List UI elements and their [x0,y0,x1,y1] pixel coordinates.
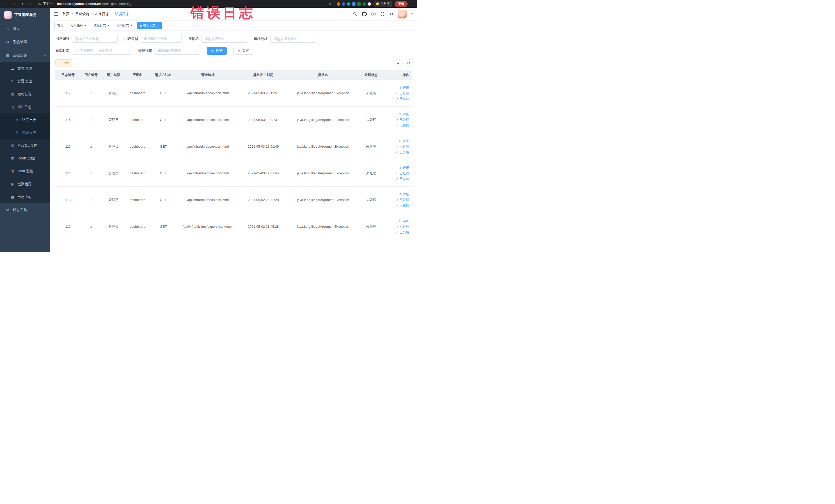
address-bar[interactable]: ⚠ 不安全 dashboard.yudao.iocoder.cn/infra/l… [36,1,334,7]
mark-ignored-link[interactable]: ✓ 已忽略 [384,203,409,208]
close-icon[interactable]: × [130,24,133,27]
breadcrumb-item[interactable]: 基础设施 [75,12,89,16]
mark-processed-link[interactable]: ✓ 已处理 [384,170,409,176]
sidebar-item-access-log[interactable]: ✎ 访问日志 [0,114,50,126]
forward-button[interactable]: → [11,1,16,7]
mark-processed-link[interactable]: ✓ 已处理 [384,144,409,149]
sidebar-item-redis-monitor[interactable]: ▥ Redis 监控 [0,152,50,165]
cell-exception-time: 2021-05-03 12:01:45 [239,160,287,187]
mark-ignored-link[interactable]: ✓ 已忽略 [384,176,409,182]
search-button[interactable]: 搜索 [207,47,227,55]
cell-user-id: 1 [80,106,102,133]
sidebar-item-mysql-monitor[interactable]: ▦ MySQL 监控 [0,139,50,152]
breadcrumb-item-current: 错误日志 [115,12,129,16]
export-button[interactable]: 导出 [56,59,73,66]
filter-user-type: 用户类型 请选择用户类型 [124,35,182,43]
caret-down-icon[interactable]: ▾ [411,12,413,16]
refresh-table-button[interactable] [405,59,412,67]
app-logo[interactable]: 芋道管理系统 [0,8,50,22]
github-icon[interactable] [362,12,367,16]
reset-button[interactable]: 重置 [233,47,253,55]
process-status-select[interactable]: 请选择处理状态 [155,47,200,55]
fullscreen-icon[interactable] [381,12,385,16]
sidebar-item-file-management[interactable]: ☁ 文件管理 [0,62,50,75]
mark-processed-link[interactable]: ✓ 已处理 [384,197,409,203]
sidebar-item-config-management[interactable]: ✎ 配置管理 [0,75,50,88]
mark-ignored-link[interactable]: ✓ 已忽略 [384,149,409,155]
cell-method: GET [150,80,177,106]
breadcrumb-item[interactable]: 首页 [62,12,69,16]
tab[interactable]: 定时任务 × [68,22,89,29]
app-name-input[interactable] [202,35,247,43]
tab[interactable]: 调度日志 × [91,22,113,29]
sidebar-item-error-log[interactable]: ✎ 错误日志 [0,126,50,139]
breadcrumb-item[interactable]: API 日志 [95,12,109,16]
detail-link[interactable]: 详细 [384,165,409,170]
search-icon[interactable] [353,12,357,16]
user-id-input[interactable] [72,35,118,43]
cell-exception-name: java.lang.IllegalArgumentException [287,80,359,106]
bookmark-star-icon[interactable]: ☆ [328,2,332,6]
extension-icon[interactable] [363,2,366,6]
column-header: 异常名 [287,70,359,80]
paused-badge[interactable]: 已暂停 [373,1,392,7]
toggle-search-button[interactable] [394,59,402,67]
detail-link[interactable]: 详细 [384,112,409,117]
sidebar-item-scheduled-jobs[interactable]: ◷ 定时任务 [0,88,50,101]
chrome-update-button[interactable]: 更新 [395,1,408,7]
extension-icon[interactable] [357,2,361,6]
sidebar-item-trace[interactable]: ◉ 链路追踪 [0,178,50,190]
close-icon[interactable]: × [157,24,159,27]
paused-label: 已暂停 [381,2,390,6]
cell-status: 未处理 [359,187,384,213]
sidebar-item-home[interactable]: ⌂ 首页 [0,22,50,36]
sidebar-item-infra[interactable]: ⊞ 基础设施 [0,49,50,62]
date-range-picker[interactable]: 开始日期 - 结束日期 [72,47,131,55]
refresh-button[interactable] [19,1,25,7]
sidebar-item-api-log[interactable]: ▤ API 日志 [0,101,50,114]
tab[interactable]: 首页 [55,22,66,29]
mark-ignored-link[interactable]: ✓ 已忽略 [384,229,409,235]
cell-app-name: dashboard [125,213,150,240]
extension-icon[interactable] [342,2,345,6]
check-icon: ✓ [396,117,399,123]
detail-link[interactable]: 详细 [384,85,409,90]
user-type-select[interactable]: 请选择用户类型 [141,35,182,43]
column-header: 请求方法名 [150,70,177,80]
back-button[interactable]: ← [3,1,8,7]
detail-link[interactable]: 详细 [384,218,409,224]
mark-ignored-link[interactable]: ✓ 已忽略 [384,123,409,128]
chrome-menu-icon[interactable]: ⋮ [410,2,415,6]
cell-exception-time: 2021-05-03 12:01:49 [239,133,287,160]
sidebar-item-log-center[interactable]: ▤ 日志中心 [0,190,50,203]
extension-icon[interactable] [337,2,340,6]
mark-processed-link[interactable]: ✓ 已处理 [384,117,409,123]
mark-ignored-link[interactable]: ✓ 已忽略 [384,96,409,102]
warning-icon: ⚠ [38,2,41,6]
tab[interactable]: 访问日志 × [114,22,135,29]
cell-app-name: dashboard [125,106,150,133]
request-url-input[interactable] [270,35,316,43]
close-icon[interactable]: × [84,24,86,27]
close-icon[interactable]: × [107,24,109,27]
sidebar-item-java-monitor[interactable]: ◫ Java 监控 [0,165,50,178]
sidebar-item-dev-tools[interactable]: ⚒ 研发工具 [0,203,50,217]
sidebar-item-system[interactable]: ⚙ 系统管理 [0,36,50,49]
sidebar-toggle-icon[interactable] [54,12,59,16]
help-icon[interactable]: ? [371,12,376,16]
home-button[interactable]: ⌂ [27,1,33,7]
breadcrumb: 首页 / 基础设施 / API 日志 / 错误日志 [62,12,129,16]
cell-method: GET [150,213,177,240]
extension-icon[interactable] [352,2,355,6]
detail-link[interactable]: 详细 [384,138,409,144]
table-row: 114 1 管理员 dashboard GET /api/infra/db-do… [56,160,412,187]
extension-icon[interactable] [368,2,371,6]
cell-log-id: 114 [56,160,80,187]
detail-link[interactable]: 详细 [384,191,409,197]
user-avatar[interactable] [398,10,407,19]
tab[interactable]: 错误日志 × [137,22,162,29]
mark-processed-link[interactable]: ✓ 已处理 [384,224,409,229]
font-size-icon[interactable]: TT [389,12,393,16]
mark-processed-link[interactable]: ✓ 已处理 [384,90,409,96]
extension-icon[interactable] [347,2,350,6]
